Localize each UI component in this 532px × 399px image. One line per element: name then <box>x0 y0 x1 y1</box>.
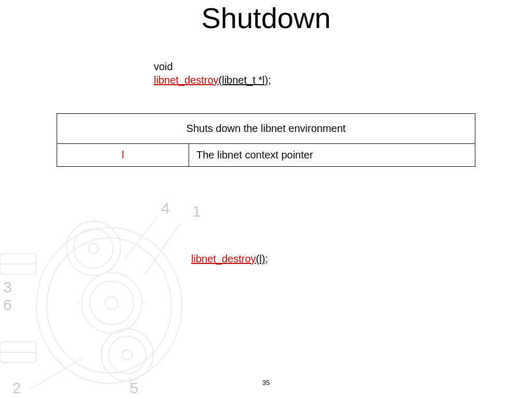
svg-line-24 <box>145 223 180 274</box>
table-row: Shuts down the libnet environment <box>57 114 475 144</box>
svg-point-0 <box>36 228 182 383</box>
decor-number-1: 1 <box>192 203 201 220</box>
svg-point-2 <box>66 221 121 275</box>
slide-title: Shutdown <box>0 1 532 35</box>
svg-point-3 <box>74 229 113 268</box>
function-name: libnet_destroy <box>154 74 219 86</box>
svg-line-12 <box>118 235 123 238</box>
description-cell: Shuts down the libnet environment <box>57 114 475 144</box>
svg-line-23 <box>125 217 157 259</box>
call-function-name: libnet_destroy <box>191 253 256 264</box>
decor-number-4: 4 <box>161 200 170 217</box>
table-row: l The libnet context pointer <box>57 144 475 167</box>
call-example: libnet_destroy(l); <box>191 253 268 265</box>
page-number: 35 <box>0 379 532 387</box>
description-table: Shuts down the libnet environment l The … <box>57 113 475 167</box>
svg-line-13 <box>64 235 69 238</box>
svg-rect-19 <box>0 254 36 274</box>
svg-point-8 <box>101 329 153 381</box>
svg-rect-21 <box>0 342 36 363</box>
decor-number-6: 6 <box>3 296 12 314</box>
decorative-gears <box>0 186 213 399</box>
function-signature: void libnet_destroy(libnet_t *l); <box>154 60 271 87</box>
return-type: void <box>154 61 173 72</box>
call-args: (l); <box>256 253 268 264</box>
function-params: (libnet_t *l); <box>219 74 271 86</box>
param-desc-cell: The libnet context pointer <box>189 144 475 167</box>
svg-point-6 <box>90 281 134 325</box>
svg-point-9 <box>109 336 146 374</box>
slide: 4 1 3 6 2 5 Shutdown void libnet_destroy… <box>0 0 532 399</box>
param-name-cell: l <box>57 144 189 167</box>
decor-number-3: 3 <box>3 278 12 296</box>
svg-point-10 <box>122 350 132 360</box>
svg-point-1 <box>47 238 171 373</box>
svg-point-7 <box>105 297 118 309</box>
svg-point-4 <box>88 243 99 254</box>
svg-point-5 <box>82 273 142 333</box>
